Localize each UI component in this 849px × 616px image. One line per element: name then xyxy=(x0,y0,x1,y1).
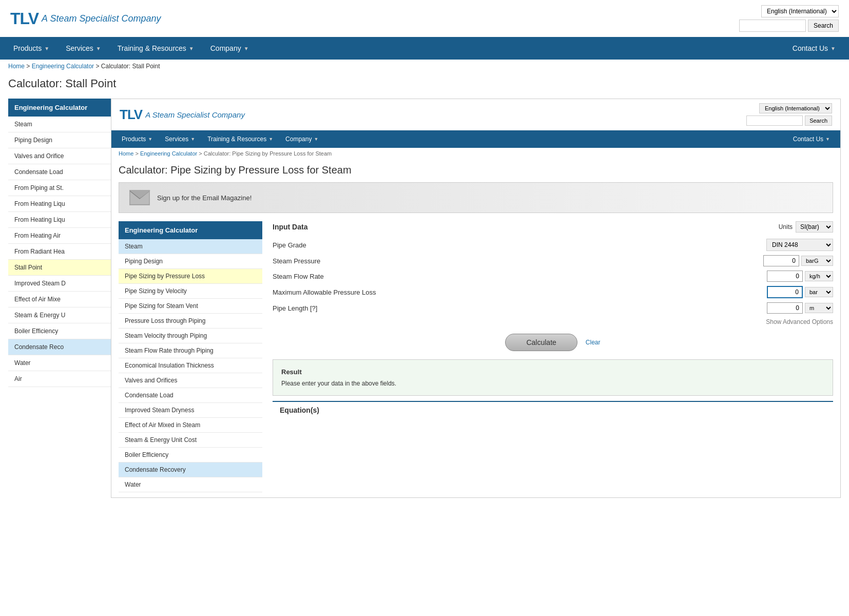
inner-sidebar-item-insulation[interactable]: Economical Insulation Thickness xyxy=(119,358,262,373)
outer-breadcrumb-sep2: > xyxy=(95,63,101,70)
inner-sidebar-item-boiler[interactable]: Boiler Efficiency xyxy=(119,448,262,463)
inner-search-input[interactable] xyxy=(746,116,803,126)
units-select[interactable]: SI(bar) SI(kPa) Imperial xyxy=(796,221,833,233)
advanced-options-anchor[interactable]: Show Advanced Options xyxy=(766,318,833,325)
inner-sidebar-item-pipe-sizing-velocity[interactable]: Pipe Sizing by Velocity xyxy=(119,284,262,299)
envelope-icon xyxy=(130,190,149,205)
outer-nav-services[interactable]: Services ▼ xyxy=(57,37,109,60)
outer-breadcrumb-sep1: > xyxy=(26,63,31,70)
steam-pressure-inputs: barG kPaG MPaG xyxy=(763,255,833,266)
outer-sidebar-item-air-mixed[interactable]: Effect of Air Mixe xyxy=(8,292,111,307)
max-pressure-row: Maximum Allowable Pressure Loss bar kPa … xyxy=(273,286,833,298)
steam-flow-unit[interactable]: kg/h t/h xyxy=(805,271,833,281)
inner-nav-contact[interactable]: Contact Us ▼ xyxy=(787,130,836,148)
inner-logo-tagline: A Steam Specialist Company xyxy=(145,110,245,119)
clear-link[interactable]: Clear xyxy=(586,339,601,346)
outer-sidebar-item-piping[interactable]: Piping Design xyxy=(8,132,111,148)
pipe-length-label: Pipe Length [?] xyxy=(273,304,767,312)
outer-sidebar-item-condensate-rec[interactable]: Condensate Reco xyxy=(8,339,111,355)
inner-sidebar-item-steam-dryness[interactable]: Improved Steam Dryness xyxy=(119,403,262,418)
outer-breadcrumb: Home > Engineering Calculator > Calculat… xyxy=(0,60,849,73)
inner-sidebar-item-piping-design[interactable]: Piping Design xyxy=(119,254,262,269)
outer-sidebar-item-steam-energy[interactable]: Steam & Energy U xyxy=(8,307,111,323)
pipe-grade-select[interactable]: DIN 2448 ASTM A53 JIS G 3454 xyxy=(766,239,833,251)
outer-sidebar-item-heating-air[interactable]: From Heating Air xyxy=(8,228,111,244)
input-data-header: Input Data Units SI(bar) SI(kPa) Imperia… xyxy=(273,221,833,233)
result-text: Please enter your data in the above fiel… xyxy=(281,380,824,387)
outer-main-layout: Engineering Calculator Steam Piping Desi… xyxy=(0,99,849,508)
inner-nav-services[interactable]: Services ▼ xyxy=(159,130,201,148)
inner-breadcrumb-calc[interactable]: Engineering Calculator xyxy=(140,150,197,157)
inner-nav-products[interactable]: Products ▼ xyxy=(115,130,159,148)
outer-lang-select[interactable]: English (International) Japanese Chinese xyxy=(761,5,839,17)
inner-page-title: Calculator: Pipe Sizing by Pressure Loss… xyxy=(119,164,833,176)
outer-sidebar-item-heating-liqu1[interactable]: From Heating Liqu xyxy=(8,196,111,212)
inner-nav-training[interactable]: Training & Resources ▼ xyxy=(201,130,279,148)
email-banner[interactable]: Sign up for the Email Magazine! xyxy=(119,182,833,213)
outer-nav-training[interactable]: Training & Resources ▼ xyxy=(109,37,202,60)
inner-breadcrumb-sep1: > xyxy=(135,150,140,157)
inner-nav-contact-arrow: ▼ xyxy=(825,137,830,142)
inner-nav: Products ▼ Services ▼ Training & Resourc… xyxy=(111,130,840,148)
inner-sidebar-item-valves[interactable]: Valves and Orifices xyxy=(119,373,262,388)
pipe-length-row: Pipe Length [?] m ft xyxy=(273,302,833,314)
outer-sidebar-item-heating-liqu2[interactable]: From Heating Liqu xyxy=(8,212,111,228)
outer-breadcrumb-calc[interactable]: Engineering Calculator xyxy=(32,63,94,70)
outer-sidebar-item-boiler[interactable]: Boiler Efficiency xyxy=(8,323,111,339)
outer-nav-contact[interactable]: Contact Us ▼ xyxy=(784,37,844,60)
inner-sidebar-item-condensate-load[interactable]: Condensate Load xyxy=(119,388,262,403)
inner-sidebar-item-water[interactable]: Water xyxy=(119,477,262,492)
calc-row: Calculate Clear xyxy=(273,334,833,351)
inner-sidebar-item-steam-flow-rate[interactable]: Steam Flow Rate through Piping xyxy=(119,343,262,358)
footer-section-label: Equation(s) xyxy=(273,401,833,418)
pipe-length-inputs: m ft xyxy=(767,302,833,314)
inner-header: TLV A Steam Specialist Company English (… xyxy=(111,99,840,130)
inner-nav-company[interactable]: Company ▼ xyxy=(279,130,324,148)
inner-nav-training-label: Training & Resources xyxy=(207,136,266,143)
inner-sidebar-item-pipe-sizing-vent[interactable]: Pipe Sizing for Steam Vent xyxy=(119,299,262,314)
steam-pressure-unit[interactable]: barG kPaG MPaG xyxy=(801,256,833,266)
inner-nav-services-arrow: ▼ xyxy=(190,137,195,142)
outer-sidebar-item-radiant[interactable]: From Radiant Hea xyxy=(8,244,111,260)
steam-flow-label: Steam Flow Rate xyxy=(273,273,767,280)
outer-sidebar-item-valves[interactable]: Valves and Orifice xyxy=(8,148,111,164)
units-label: Units xyxy=(779,223,793,230)
outer-search-button[interactable]: Search xyxy=(808,20,839,32)
inner-sidebar-item-pressure-loss[interactable]: Pressure Loss through Piping xyxy=(119,314,262,329)
outer-nav-company-arrow: ▼ xyxy=(244,46,249,51)
inner-lang-select[interactable]: English (International) Japanese xyxy=(759,103,832,113)
outer-breadcrumb-home[interactable]: Home xyxy=(8,63,25,70)
inner-sidebar-item-air-mixed[interactable]: Effect of Air Mixed in Steam xyxy=(119,418,262,433)
max-pressure-input[interactable] xyxy=(767,286,803,298)
outer-sidebar-item-water[interactable]: Water xyxy=(8,355,111,371)
outer-nav-company[interactable]: Company ▼ xyxy=(202,37,257,60)
outer-nav-company-label: Company xyxy=(210,44,241,52)
max-pressure-inputs: bar kPa MPa xyxy=(767,286,833,298)
outer-sidebar-item-steam[interactable]: Steam xyxy=(8,117,111,132)
max-pressure-unit[interactable]: bar kPa MPa xyxy=(805,287,833,297)
steam-pressure-row: Steam Pressure barG kPaG MPaG xyxy=(273,255,833,266)
inner-search-button[interactable]: Search xyxy=(805,116,832,126)
outer-sidebar-item-stall[interactable]: Stall Point xyxy=(8,260,111,276)
inner-sidebar-item-steam[interactable]: Steam xyxy=(119,239,262,254)
calculate-button[interactable]: Calculate xyxy=(505,334,577,351)
inner-breadcrumb-home[interactable]: Home xyxy=(119,150,133,157)
outer-nav-products[interactable]: Products ▼ xyxy=(5,37,57,60)
outer-search-input[interactable] xyxy=(739,20,806,32)
outer-sidebar-item-piping-at-st[interactable]: From Piping at St. xyxy=(8,180,111,196)
outer-nav-training-label: Training & Resources xyxy=(118,44,186,52)
inner-window: TLV A Steam Specialist Company English (… xyxy=(111,99,841,498)
outer-sidebar-item-steam-dryness[interactable]: Improved Steam D xyxy=(8,276,111,292)
inner-sidebar-item-steam-energy[interactable]: Steam & Energy Unit Cost xyxy=(119,433,262,448)
steam-flow-inputs: kg/h t/h xyxy=(767,271,833,282)
outer-sidebar-item-condensate-load[interactable]: Condensate Load xyxy=(8,164,111,180)
steam-pressure-input[interactable] xyxy=(763,255,799,266)
inner-sidebar-item-steam-velocity[interactable]: Steam Velocity through Piping xyxy=(119,329,262,343)
pipe-length-input[interactable] xyxy=(767,302,803,314)
inner-sidebar-item-condensate-rec[interactable]: Condensate Recovery xyxy=(119,463,262,477)
inner-breadcrumb: Home > Engineering Calculator > Calculat… xyxy=(111,148,840,159)
steam-flow-input[interactable] xyxy=(767,271,803,282)
outer-sidebar-item-air[interactable]: Air xyxy=(8,371,111,387)
pipe-length-unit[interactable]: m ft xyxy=(805,303,833,313)
inner-sidebar-item-pipe-sizing-pressure[interactable]: Pipe Sizing by Pressure Loss xyxy=(119,269,262,284)
